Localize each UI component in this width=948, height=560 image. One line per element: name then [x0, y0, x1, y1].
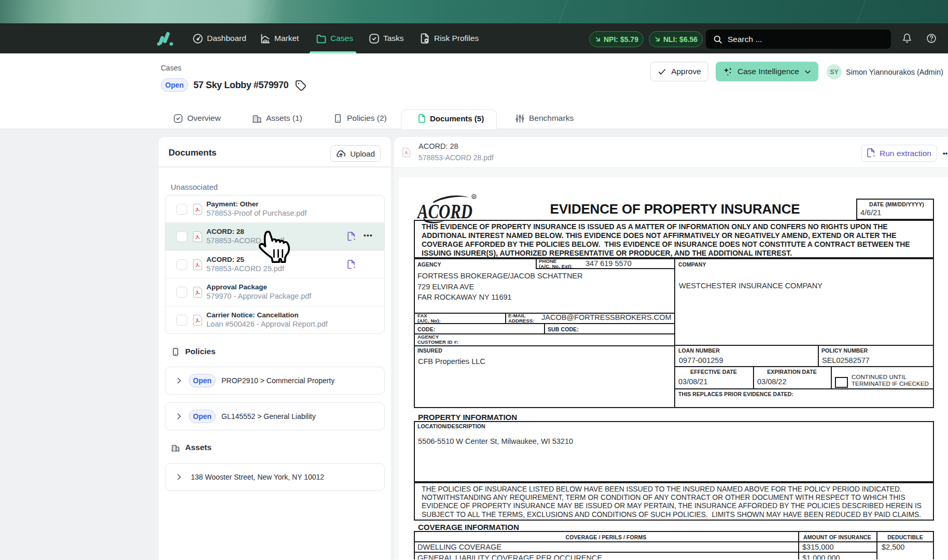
- svg-text:R: R: [473, 195, 476, 199]
